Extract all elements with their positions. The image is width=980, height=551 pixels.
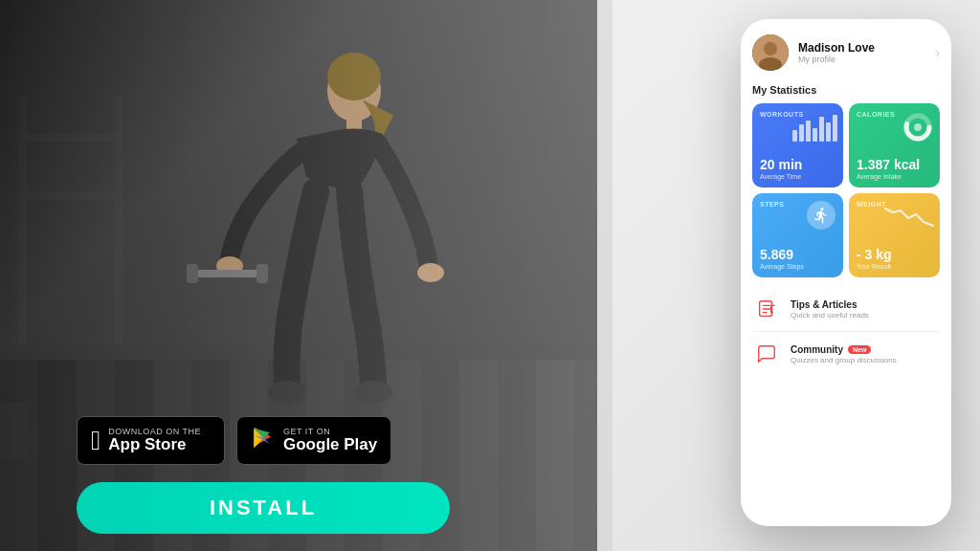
community-icon: [752, 340, 781, 368]
tips-subtitle: Quick and useful reads: [791, 311, 940, 320]
svg-point-37: [914, 123, 922, 131]
tips-icon: [752, 295, 781, 323]
calories-sub: Average Intake: [857, 173, 920, 180]
google-play-large-text: Google Play: [283, 436, 377, 454]
google-play-icon: [251, 425, 276, 456]
community-text: Community New Quizzes and group discussi…: [791, 344, 940, 364]
workouts-sub: Average Time: [760, 173, 802, 180]
avatar: [752, 34, 789, 71]
weight-card[interactable]: WEIGHT - 3 kg Your Result: [849, 193, 940, 277]
bar-4: [813, 128, 817, 142]
weight-chart: [883, 201, 936, 230]
app-store-button[interactable]:  Download on the App Store: [77, 416, 225, 465]
tips-text: Tips & Articles Quick and useful reads: [791, 299, 940, 320]
bar-chart: [792, 113, 837, 142]
bar-6: [826, 122, 831, 142]
calories-donut: [902, 111, 934, 147]
tips-title: Tips & Articles: [791, 299, 940, 310]
weight-value: - 3 kg: [857, 247, 892, 262]
workouts-card[interactable]: WORKOUTS 20 min Average Time: [752, 103, 843, 187]
community-subtitle: Quizzes and group discussions: [791, 356, 940, 364]
tips-menu-item[interactable]: Tips & Articles Quick and useful reads: [752, 287, 940, 332]
steps-card[interactable]: STEPS 5.869 Average Steps: [752, 193, 843, 277]
steps-values: 5.869 Average Steps: [760, 247, 804, 270]
workouts-value: 20 min: [760, 157, 802, 172]
community-menu-item[interactable]: Community New Quizzes and group discussi…: [752, 332, 940, 376]
app-store-text: Download on the App Store: [108, 427, 201, 454]
workouts-chart: [792, 113, 837, 142]
phone-mockup: Madison Love My profile › My Statistics …: [741, 19, 951, 526]
bar-7: [833, 115, 837, 142]
weight-sub: Your Result: [857, 263, 892, 270]
weight-values: - 3 kg Your Result: [857, 247, 892, 270]
app-store-large-text: App Store: [108, 436, 201, 454]
community-badge: New: [848, 345, 871, 354]
google-play-text: GET IT ON Google Play: [283, 427, 377, 454]
profile-text: Madison Love My profile: [798, 41, 875, 64]
steps-icon: [807, 201, 835, 230]
workouts-values: 20 min Average Time: [760, 157, 802, 180]
phone-content: Madison Love My profile › My Statistics …: [741, 19, 951, 391]
profile-name: Madison Love: [798, 41, 875, 55]
profile-subtitle: My profile: [798, 55, 875, 64]
store-buttons-container:  Download on the App Store GET IT ON Go…: [77, 416, 391, 465]
calories-value: 1.387 kcal: [857, 157, 920, 172]
google-play-button[interactable]: GET IT ON Google Play: [236, 416, 391, 465]
profile-info: Madison Love My profile: [752, 34, 875, 71]
bar-1: [792, 130, 797, 142]
steps-value: 5.869: [760, 247, 804, 262]
bar-3: [806, 121, 811, 142]
stats-grid: WORKOUTS 20 min Average Time: [752, 103, 940, 277]
stats-section-title: My Statistics: [752, 84, 940, 96]
calories-values: 1.387 kcal Average Intake: [857, 157, 920, 180]
profile-row[interactable]: Madison Love My profile ›: [752, 34, 940, 71]
steps-sub: Average Steps: [760, 263, 804, 270]
svg-point-33: [764, 42, 777, 55]
apple-icon: : [91, 426, 100, 456]
community-title: Community New: [791, 344, 940, 355]
install-button[interactable]: INSTALL: [77, 482, 450, 534]
bg-overlay: [0, 0, 612, 551]
calories-card[interactable]: CALORIES 1.387 kcal Average Intake: [849, 103, 940, 187]
bar-2: [799, 124, 804, 142]
install-button-label: INSTALL: [210, 496, 317, 520]
bar-5: [819, 117, 824, 142]
profile-chevron-icon: ›: [935, 45, 940, 60]
